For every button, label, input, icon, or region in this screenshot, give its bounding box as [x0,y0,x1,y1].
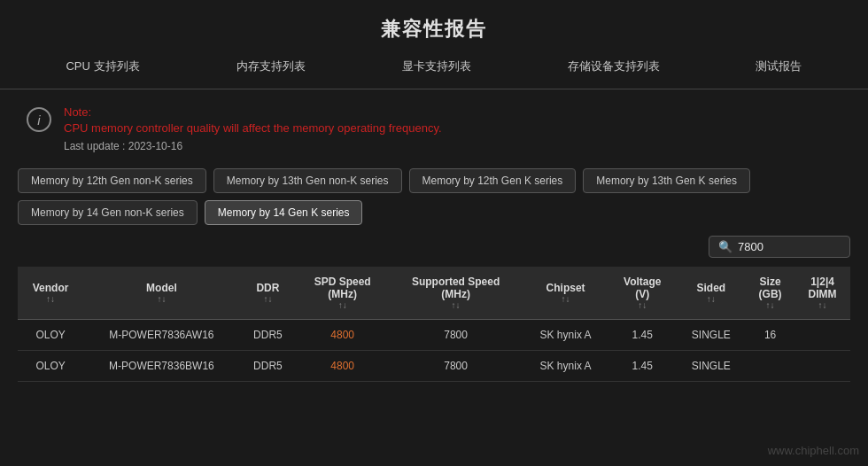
note-label: Note: [64,105,442,119]
table-container: Vendor↑↓ Model↑↓ DDR↑↓ SPD Speed(MHz)↑↓ … [18,267,850,382]
col-ddr: DDR↑↓ [240,267,297,320]
filter-btn-3[interactable]: Memory by 13th Gen K series [583,168,750,193]
col-vendor: Vendor↑↓ [18,267,83,320]
watermark: www.chiphell.com [768,444,859,457]
search-input[interactable] [738,240,841,253]
filter-section: Memory by 12th Gen non-K seriesMemory by… [18,168,850,225]
col-spd-speed: SPD Speed(MHz)↑↓ [296,267,389,320]
table-header-row: Vendor↑↓ Model↑↓ DDR↑↓ SPD Speed(MHz)↑↓ … [18,267,850,320]
filter-btn-5[interactable]: Memory by 14 Gen K series [205,200,363,225]
search-wrapper: 🔍 [709,236,850,258]
nav-gpu[interactable]: 显卡支持列表 [391,53,482,80]
info-box: i Note: CPU memory controller quality wi… [27,105,841,152]
page-title: 兼容性报告 [0,0,868,53]
filter-btn-0[interactable]: Memory by 12th Gen non-K series [18,168,206,193]
info-icon: i [27,107,51,132]
nav-memory[interactable]: 内存支持列表 [226,53,316,80]
nav-cpu[interactable]: CPU 支持列表 [55,53,150,80]
table-row: OLOYM-POWER7836AW16DDR548007800SK hynix … [18,320,850,351]
update-text: Last update : 2023-10-16 [64,140,442,152]
col-chipset: Chipset↑↓ [523,267,608,320]
col-supported-speed: Supported Speed(MHz)↑↓ [389,267,523,320]
navigation: CPU 支持列表 内存支持列表 显卡支持列表 存储设备支持列表 测试报告 [0,53,868,89]
col-size: Size(GB)↑↓ [746,267,794,320]
note-text: CPU memory controller quality will affec… [64,121,442,135]
filter-btn-1[interactable]: Memory by 13th Gen non-K series [213,168,402,193]
col-model: Model↑↓ [83,267,239,320]
compatibility-table: Vendor↑↓ Model↑↓ DDR↑↓ SPD Speed(MHz)↑↓ … [18,267,850,382]
col-dimm: 1|2|4DIMM↑↓ [794,267,850,320]
filter-btn-4[interactable]: Memory by 14 Gen non-K series [18,200,198,225]
col-voltage: Voltage(V)↑↓ [608,267,677,320]
nav-test-report[interactable]: 测试报告 [745,53,812,80]
table-row: OLOYM-POWER7836BW16DDR548007800SK hynix … [18,351,850,382]
search-bar: 🔍 [18,236,850,258]
filter-btn-2[interactable]: Memory by 12th Gen K series [409,168,577,193]
nav-storage[interactable]: 存储设备支持列表 [557,53,670,80]
search-icon: 🔍 [718,240,732,253]
info-content: Note: CPU memory controller quality will… [64,105,442,152]
col-sided: Sided↑↓ [677,267,747,320]
